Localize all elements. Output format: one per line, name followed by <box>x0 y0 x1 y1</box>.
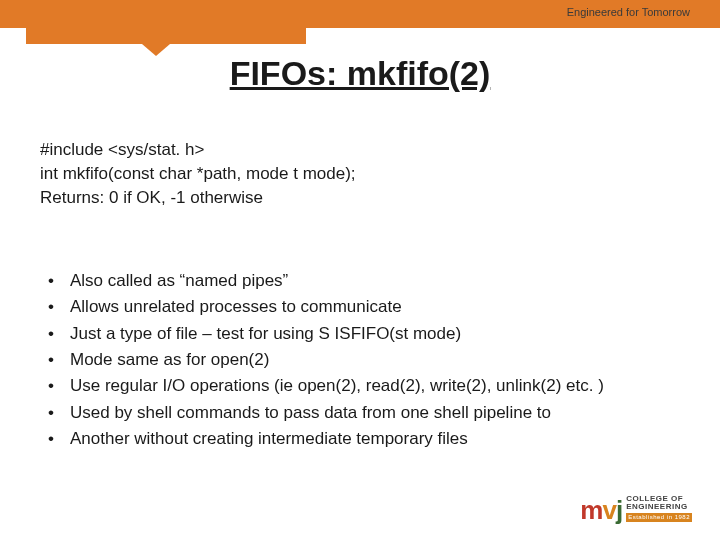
footer-logo: mvj COLLEGE OF ENGINEERING Established i… <box>580 495 692 522</box>
code-block: #include <sys/stat. h> int mkfifo(const … <box>40 138 356 209</box>
logo-letter: j <box>616 495 622 525</box>
bullet-list: Also called as “named pipes” Allows unre… <box>40 268 604 452</box>
tagline: Engineered for Tomorrow <box>567 6 690 18</box>
logo-line: ENGINEERING <box>626 503 692 512</box>
list-item: Another without creating intermediate te… <box>40 426 604 452</box>
page-title: FIFOs: mkfifo(2) <box>0 54 720 93</box>
logo-letter: m <box>580 495 602 525</box>
logo-text: COLLEGE OF ENGINEERING Established in 19… <box>626 495 692 522</box>
logo-mark-icon: mvj <box>580 499 622 522</box>
logo-letter: v <box>602 495 615 525</box>
header-tab <box>26 0 306 44</box>
code-line: int mkfifo(const char *path, mode t mode… <box>40 162 356 186</box>
list-item: Also called as “named pipes” <box>40 268 604 294</box>
list-item: Use regular I/O operations (ie open(2), … <box>40 373 604 399</box>
list-item: Used by shell commands to pass data from… <box>40 400 604 426</box>
list-item: Mode same as for open(2) <box>40 347 604 373</box>
list-item: Just a type of file – test for using S I… <box>40 321 604 347</box>
code-line: Returns: 0 if OK, -1 otherwise <box>40 186 356 210</box>
list-item: Allows unrelated processes to communicat… <box>40 294 604 320</box>
code-line: #include <sys/stat. h> <box>40 138 356 162</box>
logo-est: Established in 1982 <box>626 513 692 522</box>
